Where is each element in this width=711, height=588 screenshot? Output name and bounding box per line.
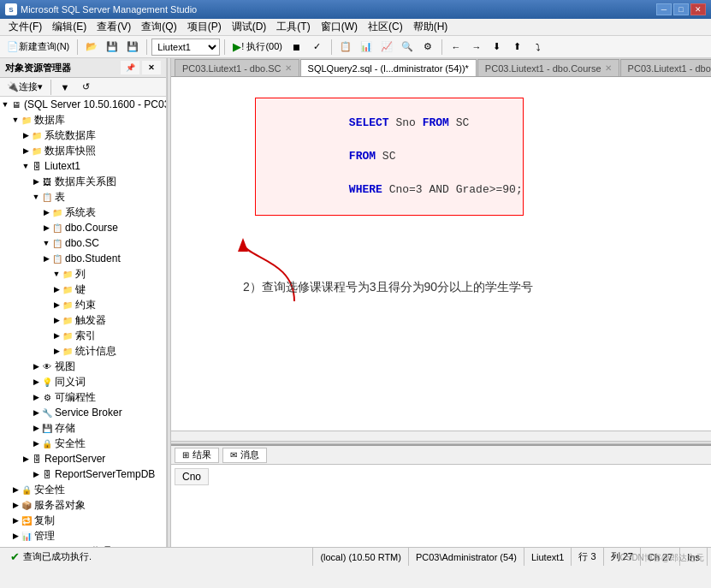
tree-item[interactable]: ▶📋dbo.Student xyxy=(0,251,166,266)
tree-item[interactable]: ▶🔁复制 xyxy=(0,513,166,528)
tab-close-button[interactable]: ✕ xyxy=(285,63,292,73)
tree-expander[interactable]: ▶ xyxy=(31,423,41,433)
tree-expander[interactable]: ▼ xyxy=(41,238,51,248)
menu-window[interactable]: 窗口(W) xyxy=(316,19,363,35)
tree-expander[interactable]: ▶ xyxy=(31,361,41,371)
menu-debug[interactable]: 调试(D) xyxy=(227,19,272,35)
tree-item[interactable]: ▶🔧Service Broker xyxy=(0,405,166,420)
tree-item[interactable]: ▶🖼数据库关系图 xyxy=(0,174,166,189)
tb-icon-13[interactable]: ⤵ xyxy=(529,38,548,56)
tree-item[interactable]: ▼🗄Liutext1 xyxy=(0,158,166,174)
tree-item[interactable]: ▶🔒安全性 xyxy=(0,482,166,497)
tb-icon-8[interactable]: ⚙ xyxy=(418,38,437,56)
tree-item[interactable]: ▶📁统计信息 xyxy=(0,343,166,359)
tree-item[interactable]: ▼🖥(SQL Server 10.50.1600 - PC03\Administ… xyxy=(0,97,166,112)
tb-icon-1[interactable]: 📂 xyxy=(82,38,101,56)
tree-expander[interactable]: ▶ xyxy=(31,377,41,387)
editor-tab-3[interactable]: PC03.Liutext1 - dbo.SC✕ xyxy=(620,59,711,76)
tree-expander[interactable]: ▶ xyxy=(21,130,31,140)
tree-expander[interactable]: ▶ xyxy=(31,176,41,187)
tb-icon-9[interactable]: ← xyxy=(447,38,465,56)
tree-item[interactable]: ▶💾存储 xyxy=(0,420,166,436)
sidebar-refresh-button[interactable]: ↺ xyxy=(76,80,95,95)
tree-item[interactable]: ▶🗄ReportServerTempDB xyxy=(0,466,166,482)
tree-expander[interactable]: ▶ xyxy=(31,392,41,402)
tree-expander[interactable]: ▶ xyxy=(51,315,62,325)
menu-query[interactable]: 查询(Q) xyxy=(136,19,181,35)
tree-expander[interactable]: ▶ xyxy=(31,438,41,448)
tree-expander[interactable]: ▼ xyxy=(10,115,21,125)
tree-item[interactable]: ▶📋dbo.Course xyxy=(0,220,166,235)
tree-item[interactable]: ▶📁索引 xyxy=(0,328,166,343)
tree-item[interactable]: ▶👁视图 xyxy=(0,359,166,374)
database-selector[interactable]: Liutext1 xyxy=(151,39,220,56)
tb-icon-10[interactable]: → xyxy=(467,38,486,56)
tb-icon-2[interactable]: 💾 xyxy=(103,38,121,56)
tree-expander[interactable]: ▶ xyxy=(31,407,41,418)
tree-expander[interactable]: ▶ xyxy=(31,469,41,479)
tree-item[interactable]: ▼📋dbo.SC xyxy=(0,235,166,251)
sidebar-tree[interactable]: ▼🖥(SQL Server 10.50.1600 - PC03\Administ… xyxy=(0,97,166,547)
tree-item[interactable]: ▶💡同义词 xyxy=(0,374,166,389)
tb-icon-4[interactable]: 📋 xyxy=(336,38,355,56)
tree-expander[interactable]: ▼ xyxy=(0,99,10,110)
tree-item[interactable]: ▶📊管理 xyxy=(0,528,166,543)
menu-help[interactable]: 帮助(H) xyxy=(408,19,453,35)
editor-tab-1[interactable]: SQLQuery2.sql - (l...dministrator (54))* xyxy=(300,59,477,76)
tree-item[interactable]: ▼📁数据库 xyxy=(0,112,166,128)
tb-icon-3[interactable]: 💾 xyxy=(123,38,142,56)
tree-expander[interactable]: ▶ xyxy=(41,223,51,233)
tree-item[interactable]: ▼📋表 xyxy=(0,189,166,205)
close-button[interactable]: ✕ xyxy=(690,3,706,15)
tree-expander[interactable]: ▶ xyxy=(10,515,21,526)
tree-item[interactable]: ▶📦服务器对象 xyxy=(0,497,166,513)
sidebar-filter-button[interactable]: ▼ xyxy=(56,80,74,95)
editor-tab-0[interactable]: PC03.Liutext1 - dbo.SC✕ xyxy=(175,59,299,76)
sql-editor[interactable]: SELECT Sno FROM SC FROM SC WHERE Cno=3 A… xyxy=(171,77,711,431)
tree-item[interactable]: ▶📁键 xyxy=(0,282,166,297)
tb-icon-12[interactable]: ⬆ xyxy=(508,38,527,56)
tree-expander[interactable]: ▶ xyxy=(10,531,21,541)
tree-item[interactable]: ▼📁列 xyxy=(0,266,166,282)
tree-expander[interactable]: ▶ xyxy=(10,546,21,547)
tree-expander[interactable]: ▶ xyxy=(41,253,51,264)
menu-file[interactable]: 文件(F) xyxy=(3,19,47,35)
tree-expander[interactable]: ▼ xyxy=(31,192,41,202)
tb-icon-5[interactable]: 📊 xyxy=(357,38,376,56)
horizontal-scrollbar[interactable] xyxy=(171,431,711,441)
results-tab-results[interactable]: ⊞ 结果 xyxy=(175,448,219,463)
tree-expander[interactable]: ▶ xyxy=(10,500,21,510)
tree-item[interactable]: ▶📁数据库快照 xyxy=(0,143,166,158)
tree-expander[interactable]: ▶ xyxy=(51,300,62,310)
tree-expander[interactable]: ▶ xyxy=(51,346,62,356)
tree-item[interactable]: ▶📁系统数据库 xyxy=(0,128,166,143)
menu-project[interactable]: 项目(P) xyxy=(182,19,227,35)
tree-expander[interactable]: ▶ xyxy=(10,484,21,495)
tree-expander[interactable]: ▶ xyxy=(51,330,62,341)
tree-item[interactable]: ▶⚙可编程性 xyxy=(0,389,166,405)
minimize-button[interactable]: ─ xyxy=(656,3,672,15)
connect-button[interactable]: 🔌 连接▾ xyxy=(3,80,46,95)
tree-expander[interactable]: ▼ xyxy=(51,269,62,279)
sidebar-pin-button[interactable]: 📌 xyxy=(121,61,139,74)
menu-tools[interactable]: 工具(T) xyxy=(271,19,315,35)
maximize-button[interactable]: □ xyxy=(673,3,689,15)
menu-community[interactable]: 社区(C) xyxy=(363,19,408,35)
tab-close-button[interactable]: ✕ xyxy=(605,63,612,73)
menu-view[interactable]: 查看(V) xyxy=(92,19,136,35)
editor-tab-2[interactable]: PC03.Liutext1 - dbo.Course✕ xyxy=(477,59,619,76)
tree-item[interactable]: ▶📁触发器 xyxy=(0,312,166,328)
parse-button[interactable]: ✓ xyxy=(308,38,327,56)
execute-button[interactable]: ▶ ! 执行(00) xyxy=(229,38,286,56)
new-query-button[interactable]: 📄 新建查询(N) xyxy=(3,38,73,56)
tree-expander[interactable]: ▶ xyxy=(21,146,31,156)
tree-expander[interactable]: ▼ xyxy=(21,161,31,171)
tree-item[interactable]: ▶🔒安全性 xyxy=(0,436,166,451)
tb-icon-6[interactable]: 📈 xyxy=(377,38,396,56)
tree-item[interactable]: ▶📁系统表 xyxy=(0,205,166,220)
results-tab-messages[interactable]: ✉ 消息 xyxy=(222,448,267,463)
tree-item[interactable]: ▶📁约束 xyxy=(0,297,166,312)
tb-icon-7[interactable]: 🔍 xyxy=(398,38,417,56)
tree-expander[interactable]: ▶ xyxy=(51,284,62,294)
tb-icon-11[interactable]: ⬇ xyxy=(488,38,507,56)
